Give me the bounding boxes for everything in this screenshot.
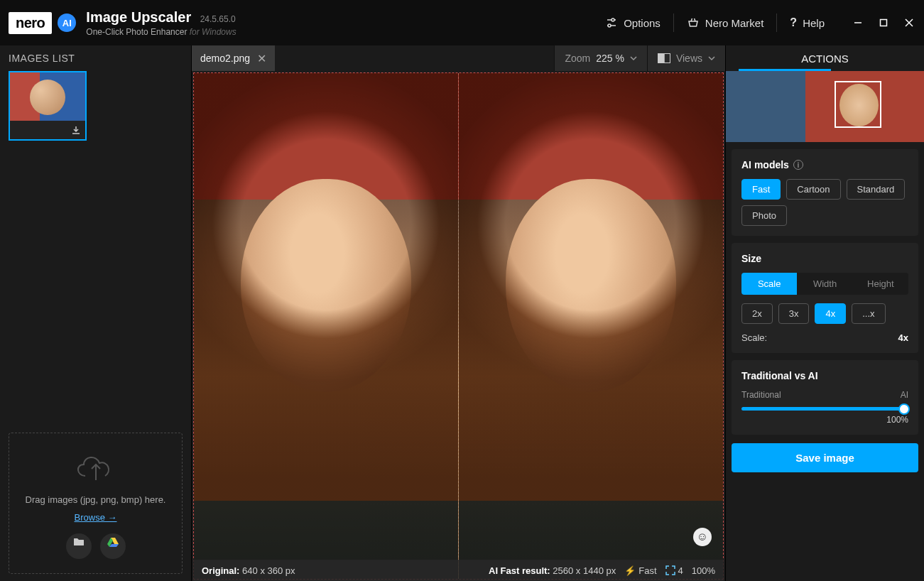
- scale-4x[interactable]: 4x: [815, 303, 846, 324]
- thumbnail-download-bar[interactable]: [10, 121, 85, 139]
- svg-point-1: [612, 18, 614, 21]
- slider-percent: 100%: [741, 415, 908, 425]
- tab-close-button[interactable]: ✕: [257, 52, 266, 65]
- question-icon: ?: [790, 16, 797, 29]
- size-tab-width[interactable]: Width: [797, 273, 852, 295]
- app-title: Image Upscaler: [86, 9, 191, 26]
- chevron-down-icon: [630, 55, 637, 62]
- navigator-preview[interactable]: [726, 71, 924, 142]
- scale-custom[interactable]: ...x: [852, 303, 885, 324]
- dropzone-text: Drag images (jpg, png, bmp) here.: [16, 493, 175, 508]
- browse-link[interactable]: Browse →: [75, 512, 117, 523]
- model-cartoon[interactable]: Cartoon: [786, 179, 840, 200]
- views-control[interactable]: Views: [647, 45, 725, 71]
- nero-logo-text: nero: [9, 12, 52, 34]
- window-controls: [852, 16, 915, 29]
- basket-icon: [687, 16, 700, 29]
- preview-area: demo2.png ✕ Zoom 225 % Views: [192, 45, 725, 581]
- speed-label: Fast: [638, 565, 656, 576]
- ai-models-label: AI models: [741, 159, 789, 170]
- trad-vs-ai-label: Traditional vs AI: [741, 370, 818, 381]
- zoom-label: Zoom: [565, 53, 590, 64]
- scale-kv-value: 4x: [898, 332, 908, 343]
- preview-status-bar: Original: 640 x 360 px AI Fast result: 2…: [193, 560, 724, 581]
- scale-3x[interactable]: 3x: [778, 303, 810, 324]
- dropzone[interactable]: Drag images (jpg, png, bmp) here. Browse…: [9, 433, 183, 574]
- ai-models-section: AI models i Fast Cartoon Standard Photo: [732, 149, 918, 236]
- ai-badge: AI: [58, 13, 76, 32]
- progress-value: 100%: [692, 565, 715, 576]
- images-list-header: IMAGES LIST: [9, 53, 183, 64]
- file-tab[interactable]: demo2.png ✕: [192, 45, 275, 71]
- nero-market-button[interactable]: Nero Market: [674, 9, 777, 37]
- traditional-label: Traditional: [741, 390, 781, 400]
- bolt-icon: ⚡: [624, 565, 636, 576]
- result-preview: [459, 73, 723, 579]
- original-dims: 640 x 360 px: [242, 565, 295, 576]
- app-subtitle: One-Click Photo Enhancer: [86, 27, 187, 37]
- result-label: AI Fast result:: [489, 565, 550, 576]
- size-label: Size: [741, 253, 761, 264]
- feedback-button[interactable]: ☺: [693, 528, 712, 546]
- model-standard[interactable]: Standard: [847, 179, 906, 200]
- zoom-control[interactable]: Zoom 225 %: [554, 45, 647, 71]
- ai-models-row: Fast Cartoon Standard Photo: [741, 179, 908, 226]
- result-dims: 2560 x 1440 px: [553, 565, 616, 576]
- open-folder-button[interactable]: [66, 533, 92, 559]
- actions-header: ACTIONS: [726, 45, 924, 69]
- original-preview: [194, 73, 459, 579]
- google-drive-button[interactable]: [100, 533, 126, 559]
- trad-vs-ai-section: Traditional vs AI Traditional AI 100%: [732, 360, 918, 435]
- cloud-upload-icon: [71, 447, 121, 484]
- navigator-viewport[interactable]: [835, 81, 881, 128]
- chevron-down-icon: [708, 55, 715, 62]
- help-button[interactable]: ? Help: [777, 9, 837, 37]
- help-label: Help: [803, 17, 825, 29]
- sliders-icon: [605, 16, 618, 29]
- app-version: 24.5.65.0: [200, 14, 236, 24]
- options-label: Options: [624, 17, 661, 29]
- minimize-button[interactable]: [852, 16, 864, 29]
- size-tabs: Scale Width Height: [741, 273, 908, 295]
- market-label: Nero Market: [705, 17, 764, 29]
- title-block: Image Upscaler 24.5.65.0 One-Click Photo…: [86, 9, 236, 37]
- expand-icon: [665, 565, 675, 575]
- left-sidebar: IMAGES LIST Drag images (jpg, png, bmp) …: [0, 45, 192, 581]
- thumbnail-preview: [10, 72, 85, 121]
- scale-kv-label: Scale:: [741, 332, 767, 343]
- size-tab-height[interactable]: Height: [853, 273, 908, 295]
- zoom-value: 225 %: [596, 53, 624, 64]
- size-section: Size Scale Width Height 2x 3x 4x ...x Sc…: [732, 243, 918, 353]
- close-button[interactable]: [903, 16, 915, 29]
- app-header: nero AI Image Upscaler 24.5.65.0 One-Cli…: [0, 0, 924, 45]
- ai-label: AI: [901, 390, 908, 400]
- folder-icon: [73, 536, 85, 548]
- svg-rect-5: [881, 20, 887, 26]
- maximize-button[interactable]: [877, 16, 890, 29]
- scale-2x[interactable]: 2x: [741, 303, 773, 324]
- model-photo[interactable]: Photo: [741, 205, 787, 226]
- scale-options: 2x 3x 4x ...x: [741, 303, 908, 324]
- svg-rect-14: [658, 54, 664, 63]
- scale-badge: 4: [678, 565, 683, 576]
- split-view-icon: [658, 53, 670, 63]
- app-logo: nero AI: [9, 12, 76, 34]
- download-icon: [71, 125, 81, 135]
- app-subtitle-suffix: for Windows: [190, 27, 237, 37]
- tab-bar: demo2.png ✕ Zoom 225 % Views: [192, 45, 725, 71]
- file-tab-label: demo2.png: [200, 53, 250, 64]
- original-label: Original:: [202, 565, 239, 576]
- size-tab-scale[interactable]: Scale: [741, 273, 797, 295]
- svg-marker-11: [109, 544, 119, 547]
- info-icon[interactable]: i: [793, 160, 803, 170]
- actions-panel: ACTIONS AI models i Fast Cartoon Standar…: [725, 45, 924, 581]
- save-image-button[interactable]: Save image: [732, 443, 918, 472]
- image-thumbnail[interactable]: [9, 71, 87, 141]
- google-drive-icon: [107, 536, 119, 548]
- options-button[interactable]: Options: [592, 9, 673, 37]
- slider-thumb[interactable]: [898, 403, 910, 415]
- comparison-preview[interactable]: ☺: [193, 72, 724, 580]
- model-fast[interactable]: Fast: [741, 179, 781, 200]
- trad-ai-slider[interactable]: [741, 407, 908, 411]
- views-label: Views: [676, 53, 702, 64]
